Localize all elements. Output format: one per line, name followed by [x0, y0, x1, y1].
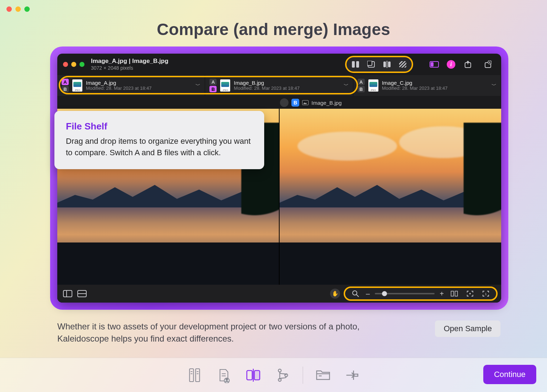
svg-point-18 [353, 291, 357, 295]
svg-point-33 [226, 378, 228, 380]
feature-description: Whether it is two assets of your develop… [57, 320, 372, 345]
page-title: Compare (and merge) Images [0, 20, 547, 39]
pan-hand-icon[interactable]: ✋ [330, 289, 340, 299]
nav-divider [303, 367, 303, 384]
shelf-file-name: Image_A.jpg [86, 80, 152, 86]
continue-button[interactable]: Continue [483, 365, 536, 384]
view-mode-group-highlight [345, 56, 413, 73]
file-thumbnail-icon [368, 79, 378, 92]
magnifier-icon[interactable] [350, 289, 361, 298]
svg-rect-14 [63, 290, 72, 297]
shelf-file-modified: Modified: 28. Mar 2023 at 18:47 [382, 86, 448, 91]
app-window: Image_A.jpg | Image_B.jpg 3072 × 2048 pi… [57, 54, 501, 303]
svg-rect-10 [431, 62, 434, 67]
file-shelf: A B Image_A.jpg Modified: 28. Mar 2023 a… [57, 75, 501, 96]
two-up-view-button[interactable] [348, 58, 363, 70]
select-a-badge[interactable]: A [358, 79, 365, 85]
shelf-file-name: Image_B.jpg [234, 80, 300, 86]
difference-view-button[interactable] [395, 58, 410, 70]
chevron-down-icon[interactable]: ﹀ [344, 82, 349, 89]
svg-rect-34 [247, 371, 252, 380]
one-up-view-button[interactable] [364, 58, 379, 70]
nav-import-icon[interactable] [343, 366, 362, 384]
layout-toggle-button[interactable] [427, 58, 442, 70]
shelf-file-name: Image_C.jpg [382, 80, 448, 86]
fullscreen-window-icon[interactable] [24, 6, 30, 12]
chevron-down-icon[interactable]: ﹀ [492, 82, 497, 89]
svg-rect-5 [388, 62, 391, 67]
svg-rect-0 [352, 61, 355, 68]
svg-text:1: 1 [485, 292, 487, 296]
add-button[interactable] [480, 58, 495, 70]
app-minimize-icon[interactable] [71, 62, 76, 67]
nav-file-diff-icon[interactable] [215, 366, 233, 384]
image-icon [302, 100, 309, 105]
nav-image-diff-icon[interactable] [244, 366, 263, 384]
select-a-badge[interactable]: A [62, 79, 69, 85]
fit-both-icon[interactable] [449, 289, 460, 298]
svg-point-22 [469, 293, 471, 294]
chevron-down-icon[interactable]: ﹀ [195, 82, 200, 89]
shelf-file-modified: Modified: 28. Mar 2023 at 18:47 [86, 86, 152, 91]
export-button[interactable] [460, 58, 475, 70]
app-close-icon[interactable] [63, 62, 68, 67]
svg-rect-24 [190, 369, 194, 382]
open-sample-button[interactable]: Open Sample [435, 320, 500, 337]
callout-body: Drag and drop items to organize everythi… [66, 136, 253, 158]
svg-rect-20 [451, 291, 454, 296]
swap-panes-icon[interactable] [280, 98, 289, 107]
file-shelf-callout: File Shelf Drag and drop items to organi… [54, 111, 264, 169]
select-a-badge[interactable]: A [209, 79, 217, 85]
shelf-file-modified: Modified: 28. Mar 2023 at 18:47 [234, 86, 300, 91]
svg-rect-25 [196, 369, 200, 382]
nav-git-icon[interactable] [274, 366, 292, 384]
svg-rect-1 [356, 61, 359, 68]
side-b-badge: B [291, 99, 299, 107]
minimize-window-icon[interactable] [15, 6, 21, 12]
window-traffic-lights [6, 6, 30, 12]
right-image-pane[interactable] [279, 109, 501, 285]
svg-rect-35 [255, 371, 260, 380]
app-fullscreen-icon[interactable] [79, 62, 84, 67]
actual-size-icon[interactable]: 1 [480, 289, 491, 298]
info-button-icon[interactable]: i [447, 60, 455, 69]
bottom-bar: ✋ – + 1 [57, 285, 501, 303]
split-view-button[interactable] [379, 58, 394, 70]
zoom-out-button[interactable]: – [366, 290, 370, 298]
bottom-nav-strip: Continue [0, 358, 547, 392]
pane-breadcrumb: B Image_B.jpg [280, 98, 342, 107]
app-window-title: Image_A.jpg | Image_B.jpg [91, 58, 168, 65]
sidebar-toggle-icon[interactable] [62, 289, 73, 298]
list-toggle-icon[interactable] [77, 289, 87, 298]
select-b-badge[interactable]: B [209, 86, 217, 92]
svg-line-19 [357, 295, 359, 297]
zoom-in-button[interactable]: + [440, 290, 444, 298]
app-window-subtitle: 3072 × 2048 pixels [91, 65, 168, 71]
select-b-badge[interactable]: B [62, 86, 69, 92]
zoom-slider[interactable] [375, 293, 435, 294]
shelf-item[interactable]: A B Image_C.jpg Modified: 28. Mar 2023 a… [353, 75, 501, 96]
crumb-file-name: Image_B.jpg [311, 100, 342, 106]
nav-text-diff-icon[interactable] [185, 366, 204, 384]
callout-heading: File Shelf [66, 121, 253, 132]
shelf-item[interactable]: A B Image_A.jpg Modified: 28. Mar 2023 a… [57, 75, 205, 96]
svg-point-37 [279, 369, 281, 372]
file-thumbnail-icon [72, 79, 82, 92]
app-titlebar: Image_A.jpg | Image_B.jpg 3072 × 2048 pi… [57, 54, 501, 75]
fit-screen-icon[interactable] [465, 289, 475, 298]
svg-rect-8 [399, 61, 406, 68]
select-b-badge[interactable]: B [358, 86, 365, 92]
file-thumbnail-icon [220, 79, 230, 92]
app-traffic-lights [63, 62, 84, 67]
close-window-icon[interactable] [6, 6, 12, 12]
zoom-controls-highlight: – + 1 [344, 286, 498, 301]
svg-rect-21 [455, 291, 458, 296]
svg-rect-3 [367, 61, 372, 65]
feature-panel: Image_A.jpg | Image_B.jpg 3072 × 2048 pi… [50, 46, 508, 310]
nav-folder-icon[interactable] [314, 366, 333, 384]
shelf-item[interactable]: A B Image_B.jpg Modified: 28. Mar 2023 a… [205, 75, 353, 96]
svg-rect-4 [383, 62, 386, 67]
